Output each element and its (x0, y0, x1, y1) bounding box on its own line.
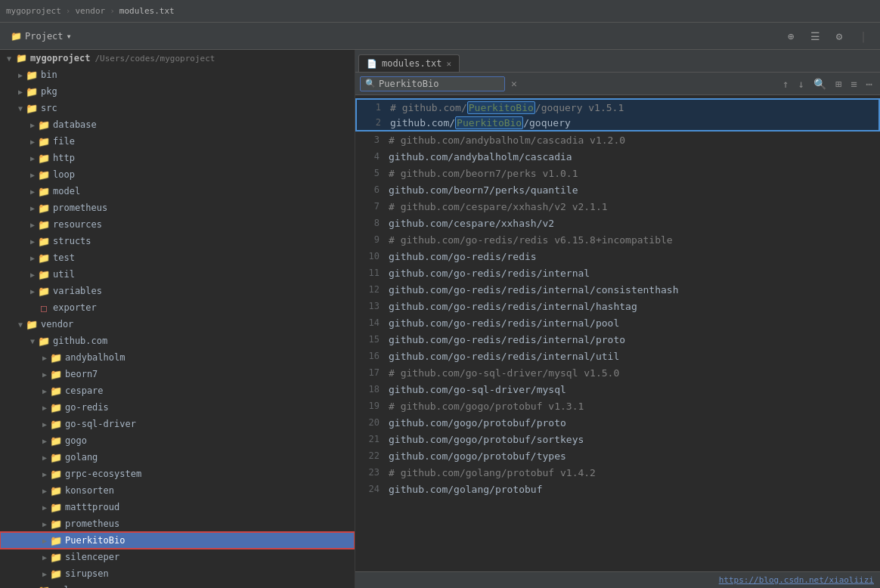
arrow-prometheus: ▶ (39, 518, 50, 530)
code-line-17: 17 # github.com/go-sql-driver/mysql v1.5… (355, 364, 880, 381)
sidebar-item-http[interactable]: ▶ 📁 http (0, 150, 355, 166)
sidebar-item-matttproud[interactable]: ▶ 📁 matttproud (0, 499, 355, 515)
nav-down-btn[interactable]: ↓ (795, 78, 807, 90)
sidebar-item-exporter[interactable]: □ exporter (0, 299, 355, 316)
sidebar-item-resources[interactable]: ▶ 📁 resources (0, 216, 355, 233)
find-all-btn[interactable]: 🔍 (810, 78, 829, 90)
sidebar-item-bin[interactable]: ▶ 📁 bin (0, 67, 355, 83)
icon-go-sql-driver: 📁 (50, 418, 62, 430)
sidebar-item-golang[interactable]: ▶ 📁 golang (0, 449, 355, 466)
code-line-8: 8 github.com/cespare/xxhash/v2 (355, 215, 880, 231)
sidebar-item-PuerkitoBio[interactable]: ▶ 📁 PuerkitoBio (0, 532, 355, 549)
code-lines-container: 1 # github.com/PuerkitoBio/goquery v1.5.… (355, 98, 880, 497)
sidebar-item-silenceper[interactable]: ▶ 📁 silenceper (0, 549, 355, 565)
sidebar-item-structs[interactable]: ▶ 📁 structs (0, 233, 355, 249)
code-content[interactable]: 1 # github.com/PuerkitoBio/goquery v1.5.… (355, 95, 880, 571)
more-btn[interactable]: ⋯ (863, 78, 875, 90)
label-PuerkitoBio: PuerkitoBio (65, 535, 125, 546)
expand-btn[interactable]: ⊞ (832, 78, 844, 90)
sidebar-item-go-redis[interactable]: ▶ 📁 go-redis (0, 399, 355, 416)
icon-beorn7: 📁 (50, 368, 62, 380)
sidebar-item-beorn7[interactable]: ▶ 📁 beorn7 (0, 366, 355, 382)
tab-close-btn[interactable]: ✕ (446, 59, 451, 69)
arrow-go-sql-driver: ▶ (39, 418, 50, 430)
icon-util: 📁 (38, 268, 50, 280)
search-close-btn[interactable]: ✕ (508, 78, 520, 89)
sidebar-item-github.com[interactable]: ▼ 📁 github.com (0, 333, 355, 349)
sidebar-item-util[interactable]: ▶ 📁 util (0, 266, 355, 283)
line-content-4: github.com/andybalholm/cascadia (389, 151, 572, 162)
label-database: database (53, 119, 97, 130)
arrow-prometheus: ▶ (27, 202, 38, 214)
icon-database: 📁 (38, 119, 50, 131)
sidebar-item-gogo[interactable]: ▶ 📁 gogo (0, 432, 355, 449)
tab-file-icon: 📄 (367, 59, 377, 69)
line-num-9: 9 (355, 234, 389, 245)
project-selector[interactable]: 📁 Project ▾ (6, 29, 76, 43)
status-url[interactable]: https://blog.csdn.net/xiaoliizi (719, 575, 874, 585)
icon-file: 📁 (38, 135, 50, 147)
line-content-8: github.com/cespare/xxhash/v2 (389, 218, 554, 229)
arrow-test: ▶ (27, 252, 38, 264)
sidebar-item-andybalholm[interactable]: ▶ 📁 andybalholm (0, 349, 355, 366)
add-icon-btn[interactable]: ⊕ (780, 26, 801, 47)
sidebar-item-loop[interactable]: ▶ 📁 loop (0, 166, 355, 183)
code-line-5: 5 # github.com/beorn7/perks v1.0.1 (355, 165, 880, 181)
icon-prometheus: 📁 (50, 518, 62, 530)
icon-loop: 📁 (38, 169, 50, 181)
label-util: util (53, 269, 75, 280)
sidebar-item-model[interactable]: ▶ 📁 model (0, 183, 355, 200)
icon-PuerkitoBio: 📁 (50, 534, 62, 546)
line-content-3: # github.com/andybalholm/cascadia v1.2.0 (389, 135, 625, 146)
sidebar-item-database[interactable]: ▶ 📁 database (0, 116, 355, 133)
label-resources: resources (53, 219, 102, 230)
line-content-21: github.com/gogo/protobuf/sortkeys (389, 434, 584, 445)
nav-up-btn[interactable]: ↑ (779, 78, 792, 90)
arrow-util: ▶ (27, 268, 38, 280)
search-input[interactable] (379, 79, 500, 89)
line-num-11: 11 (355, 268, 389, 278)
line-content-17: # github.com/go-sql-driver/mysql v1.5.0 (389, 367, 619, 379)
sidebar-item-konsorten[interactable]: ▶ 📁 konsorten (0, 482, 355, 499)
sidebar-item-vendor[interactable]: ▼ 📁 vendor (0, 316, 355, 333)
label-model: model (53, 186, 80, 197)
sidebar-item-variables[interactable]: ▶ 📁 variables (0, 283, 355, 299)
line-content-2: github.com/PuerkitoBio/goquery (390, 117, 571, 128)
arrow-http: ▶ (27, 152, 38, 164)
arrow-resources: ▶ (27, 218, 38, 231)
arrow-exporter (27, 302, 38, 314)
line-num-5: 5 (355, 168, 389, 178)
label-prometheus: prometheus (53, 203, 107, 213)
code-line-19: 19 # github.com/gogo/protobuf v1.3.1 (355, 398, 880, 414)
sidebar-item-cespare[interactable]: ▶ 📁 cespare (0, 382, 355, 399)
line-num-13: 13 (355, 301, 389, 311)
icon-andybalholm: 📁 (50, 351, 62, 364)
line-num-3: 3 (355, 135, 389, 145)
sidebar-item-grpc-ecosystem[interactable]: ▶ 📁 grpc-ecosystem (0, 466, 355, 482)
line-num-23: 23 (355, 467, 389, 478)
sidebar-item-go-sql-driver[interactable]: ▶ 📁 go-sql-driver (0, 416, 355, 432)
sidebar-item-prometheus[interactable]: ▶ 📁 prometheus (0, 515, 355, 532)
sidebar-item-golang.org[interactable]: ▶ 📁 golang.org (0, 582, 355, 588)
icon-resources: 📁 (38, 218, 50, 231)
label-andybalholm: andybalholm (65, 352, 125, 363)
line-num-21: 21 (355, 434, 389, 444)
sidebar-item-file[interactable]: ▶ 📁 file (0, 133, 355, 150)
label-cespare: cespare (65, 385, 104, 396)
sidebar-item-sirupsen[interactable]: ▶ 📁 sirupsen (0, 565, 355, 582)
arrow-matttproud: ▶ (39, 501, 50, 513)
options-btn[interactable]: ≡ (847, 78, 860, 90)
gear-icon-btn[interactable]: ⚙ (829, 26, 850, 47)
sidebar-item-root[interactable]: ▼ 📁 mygoproject /Users/codes/mygoproject (0, 50, 355, 67)
icon-cespare: 📁 (50, 385, 62, 397)
settings-icon-btn[interactable]: ☰ (804, 26, 826, 47)
search-icon: 🔍 (365, 79, 376, 88)
sidebar-item-pkg[interactable]: ▶ 📁 pkg (0, 83, 355, 100)
sidebar-item-src[interactable]: ▼ 📁 src (0, 100, 355, 116)
sidebar-item-prometheus[interactable]: ▶ 📁 prometheus (0, 200, 355, 216)
tree-container: ▶ 📁 bin ▶ 📁 pkg ▼ 📁 src ▶ 📁 database ▶ 📁… (0, 67, 355, 588)
sidebar-item-test[interactable]: ▶ 📁 test (0, 249, 355, 266)
tab-modules-txt[interactable]: 📄 modules.txt ✕ (358, 54, 460, 72)
line-content-23: # github.com/golang/protobuf v1.4.2 (389, 467, 596, 478)
line-num-12: 12 (355, 284, 389, 295)
